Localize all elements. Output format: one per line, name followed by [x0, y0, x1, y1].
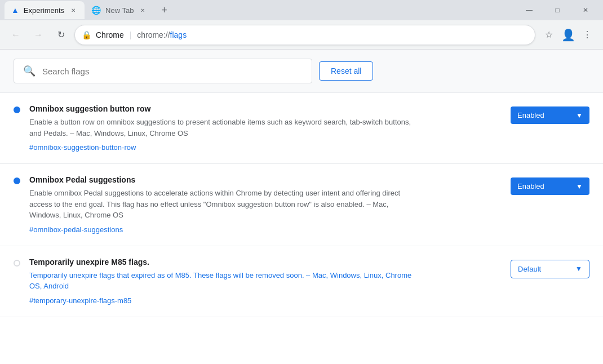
new-tab-button[interactable]: + — [156, 2, 172, 18]
site-security-icon: 🔒 — [82, 30, 91, 39]
bookmark-button[interactable]: ☆ — [540, 26, 558, 44]
experiments-icon: ▲ — [11, 6, 19, 15]
flag-description: Enable omnibox Pedal suggestions to acce… — [29, 188, 413, 221]
tab-experiments[interactable]: ▲ Experiments ✕ — [5, 1, 85, 19]
forward-button[interactable]: → — [29, 26, 47, 44]
chevron-down-icon: ▼ — [576, 112, 583, 119]
newtab-icon: 🌐 — [91, 6, 101, 15]
flag-select-label: Enabled — [517, 182, 544, 190]
flag-description: Temporarily unexpire flags that expired … — [29, 270, 413, 292]
flag-item: Temporarily unexpire M85 flags. Temporar… — [0, 246, 603, 317]
address-bar-actions: ☆ 👤 ⋮ — [540, 26, 596, 44]
minimize-button[interactable]: — — [516, 1, 542, 19]
flag-info: Omnibox suggestion button row Enable a b… — [29, 104, 502, 152]
search-container[interactable]: 🔍 — [14, 59, 312, 83]
chevron-down-icon: ▼ — [576, 183, 583, 190]
flag-control[interactable]: Enabled ▼ — [511, 106, 589, 124]
tab-new-tab-label: New Tab — [105, 6, 134, 15]
flag-title: Temporarily unexpire M85 flags. — [29, 258, 502, 267]
account-button[interactable]: 👤 — [559, 26, 577, 44]
tabs-container: ▲ Experiments ✕ 🌐 New Tab ✕ + — [5, 1, 172, 19]
flag-select-button[interactable]: Enabled ▼ — [511, 177, 589, 195]
flag-select-label: Default — [518, 265, 541, 273]
flag-select-label: Enabled — [517, 111, 544, 119]
reload-button[interactable]: ↻ — [52, 26, 70, 44]
menu-button[interactable]: ⋮ — [578, 26, 596, 44]
flag-enabled-indicator — [14, 177, 20, 184]
flag-description: Enable a button row on omnibox suggestio… — [29, 117, 413, 139]
flags-header: 🔍 Reset all — [0, 50, 603, 93]
flag-title: Omnibox Pedal suggestions — [29, 175, 502, 184]
tab-experiments-label: Experiments — [24, 6, 64, 15]
flag-control[interactable]: Default ▼ — [511, 260, 589, 278]
address-bar: ← → ↻ 🔒 Chrome | chrome://flags ☆ 👤 ⋮ — [0, 20, 603, 50]
flag-item: Omnibox suggestion button row Enable a b… — [0, 93, 603, 164]
chevron-down-icon: ▼ — [575, 265, 582, 273]
search-icon: 🔍 — [23, 65, 36, 77]
flag-link[interactable]: #omnibox-suggestion-button-row — [29, 143, 136, 152]
flag-link[interactable]: #omnibox-pedal-suggestions — [29, 225, 123, 234]
flag-select-button[interactable]: Enabled ▼ — [511, 106, 589, 124]
search-input[interactable] — [42, 66, 303, 76]
flag-enabled-indicator — [14, 106, 20, 113]
close-button[interactable]: ✕ — [573, 1, 598, 19]
tab-experiments-close[interactable]: ✕ — [69, 6, 78, 15]
url-path: flags — [170, 30, 187, 39]
tab-new-tab[interactable]: 🌐 New Tab ✕ — [85, 1, 154, 19]
reset-all-button[interactable]: Reset all — [319, 61, 373, 81]
title-bar: ▲ Experiments ✕ 🌐 New Tab ✕ + — □ ✕ — [0, 0, 603, 20]
flag-title: Omnibox suggestion button row — [29, 104, 502, 113]
flag-link[interactable]: #temporary-unexpire-flags-m85 — [29, 296, 131, 305]
window-controls: — □ ✕ — [516, 1, 598, 19]
flag-info: Temporarily unexpire M85 flags. Temporar… — [29, 258, 502, 305]
url-divider: | — [130, 30, 132, 39]
flags-content: Omnibox suggestion button row Enable a b… — [0, 93, 603, 364]
flags-page: 🔍 Reset all Omnibox suggestion button ro… — [0, 50, 603, 364]
flag-info: Omnibox Pedal suggestions Enable omnibox… — [29, 175, 502, 234]
flag-item: Omnibox Pedal suggestions Enable omnibox… — [0, 164, 603, 246]
url-prefix: chrome:// — [137, 30, 170, 39]
url-display: Chrome | chrome://flags — [96, 30, 528, 39]
flag-select-button[interactable]: Default ▼ — [511, 260, 589, 278]
maximize-button[interactable]: □ — [544, 1, 570, 19]
flag-control[interactable]: Enabled ▼ — [511, 177, 589, 195]
tab-new-tab-close[interactable]: ✕ — [138, 6, 147, 15]
site-label: Chrome — [96, 30, 124, 39]
flag-default-indicator — [14, 260, 20, 267]
url-bar[interactable]: 🔒 Chrome | chrome://flags — [74, 25, 535, 45]
back-button[interactable]: ← — [7, 26, 25, 44]
